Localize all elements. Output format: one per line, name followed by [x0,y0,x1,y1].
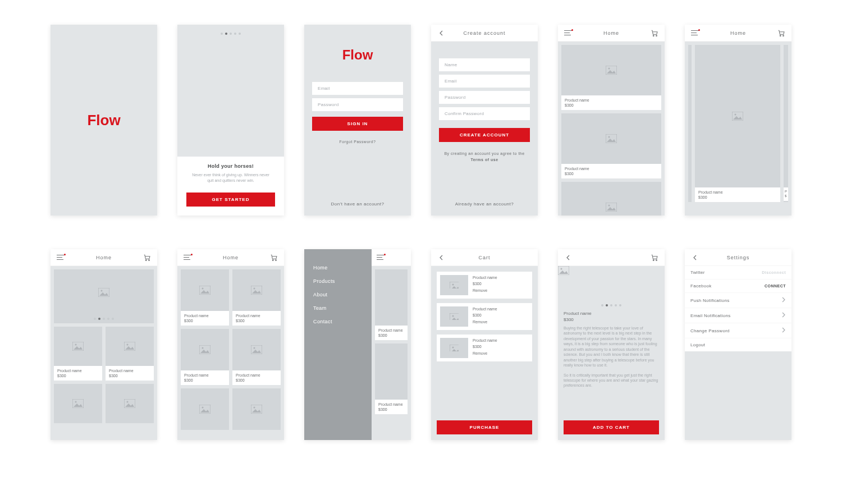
settings-label: Logout [690,342,705,347]
product-tile[interactable] [181,388,229,430]
settings-row-facebook[interactable]: Facebook CONNECT [685,280,791,293]
cart-icon[interactable] [650,29,659,38]
svg-point-7 [149,259,150,260]
purchase-button[interactable]: PURCHASE [437,420,532,434]
settings-row-change-password[interactable]: Change Password [685,323,791,338]
drawer-link-products[interactable]: Products [313,278,363,284]
product-tile[interactable]: Product name$300 [375,269,408,340]
screen-onboarding: Hold your horses! Never ever think of gi… [177,25,284,216]
svg-point-10 [653,259,654,260]
product-name: Product name [184,313,226,318]
menu-icon[interactable] [56,253,65,262]
settings-row-email[interactable]: Email Notifications [685,308,791,323]
product-tile[interactable] [232,388,281,430]
product-price: $300 [109,373,150,378]
back-icon[interactable] [437,253,446,262]
product-tile[interactable]: Product name$300 [106,327,154,381]
product-carousel[interactable]: Product name $300 P $ [685,42,791,205]
disconnect-button[interactable]: Disconnect [762,271,786,274]
password-field[interactable]: Password [312,98,403,111]
cart-list[interactable]: Product name$300Remove Product name$300R… [431,266,538,367]
content[interactable]: Product name$300 Product name$300 [51,266,157,427]
product-image-placeholder [558,266,665,300]
product-tile[interactable]: Product name$300 [232,269,281,326]
cart-icon[interactable] [143,253,152,262]
menu-icon[interactable] [183,253,192,262]
drawer-link-contact[interactable]: Contact [313,319,363,324]
terms-link[interactable]: Terms of use [470,158,498,162]
screen-create-account: Create account Name Email Password Confi… [431,25,538,216]
product-tile[interactable] [54,384,102,423]
product-description-2: So it is critically important that you g… [564,373,659,388]
terms-text: By creating an account you agree to the … [439,151,530,163]
connect-button[interactable]: CONNECT [765,284,786,288]
product-name: Product name [473,338,497,344]
confirm-password-field[interactable]: Confirm Password [439,107,530,120]
menu-icon[interactable] [690,29,699,38]
product-image-placeholder [440,306,468,327]
create-account-button[interactable]: CREATE ACCOUNT [439,128,530,142]
back-icon[interactable] [690,253,699,262]
remove-button[interactable]: Remove [473,351,497,357]
svg-point-3 [656,35,657,36]
product-image-placeholder [561,182,661,216]
forgot-password-link[interactable]: Forgot Password? [312,140,403,144]
pager-dots[interactable] [558,304,665,306]
product-price: $300 [564,317,659,322]
product-name: Product name [473,275,497,281]
drawer-link-home[interactable]: Home [313,265,363,271]
product-tile[interactable]: Product name$300 [181,269,229,326]
remove-button[interactable]: Remove [473,319,497,326]
product-tile[interactable]: Product name$300 [375,343,408,414]
cart-icon[interactable] [777,29,786,38]
navbar: Settings [685,249,791,266]
add-to-cart-button[interactable]: ADD TO CART [564,420,659,434]
detail-content[interactable]: Product name $300 Buying the right teles… [558,266,665,415]
page-title: Home [65,255,143,260]
product-grid[interactable]: Product name$300 Product name$300 Produc… [177,266,284,433]
product-tile[interactable] [561,182,661,216]
menu-icon[interactable] [376,253,385,262]
email-field[interactable]: Email [312,82,403,95]
pager-dots[interactable] [54,315,154,323]
product-tile[interactable]: Product name$300 [232,329,281,385]
product-tile[interactable] [106,384,154,423]
drawer-link-about[interactable]: About [313,292,363,297]
product-tile[interactable]: Product name $300 [561,45,661,110]
product-tile-peek[interactable]: P $ [784,45,788,202]
get-started-button[interactable]: GET STARTED [186,193,275,207]
back-icon[interactable] [564,253,573,262]
cart-icon[interactable] [269,253,278,262]
already-account-link[interactable]: Already have an account? [431,201,538,216]
cart-icon[interactable] [650,253,659,262]
product-price: $300 [565,103,658,108]
name-field[interactable]: Name [439,58,530,71]
onboarding-title: Hold your horses! [186,163,275,169]
product-tile[interactable]: Product name $300 [561,113,661,178]
product-price: $300 [57,373,99,378]
menu-icon[interactable] [564,29,573,38]
cart-item: Product name$300Remove [437,335,532,361]
product-list[interactable]: Product name $300 Product name $300 [558,42,665,216]
product-tile[interactable]: Product name$300 [54,327,102,381]
hero-tile[interactable] [54,269,154,323]
settings-row-logout[interactable]: Logout [685,338,791,351]
product-tile[interactable]: Product name $300 [695,45,780,202]
signin-button[interactable]: SIGN IN [312,117,403,131]
password-field[interactable]: Password [439,91,530,104]
no-account-link[interactable]: Don't have an account? [304,201,411,216]
app-logo: Flow [304,47,411,63]
svg-point-11 [656,259,657,260]
navbar: Home [685,25,791,42]
product-price: $300 [184,318,226,323]
screen-home-grid: Home Product name$300 Product name$300 P… [177,249,284,440]
product-tile[interactable]: Product name$300 [181,329,229,385]
settings-row-twitter[interactable]: Twitter Disconnect [685,266,791,280]
settings-label: Facebook [690,283,712,288]
email-field[interactable]: Email [439,75,530,88]
chevron-right-icon [781,312,786,319]
back-icon[interactable] [437,29,446,38]
settings-row-push[interactable]: Push Notifications [685,293,791,308]
drawer-link-team[interactable]: Team [313,305,363,311]
remove-button[interactable]: Remove [473,288,497,294]
